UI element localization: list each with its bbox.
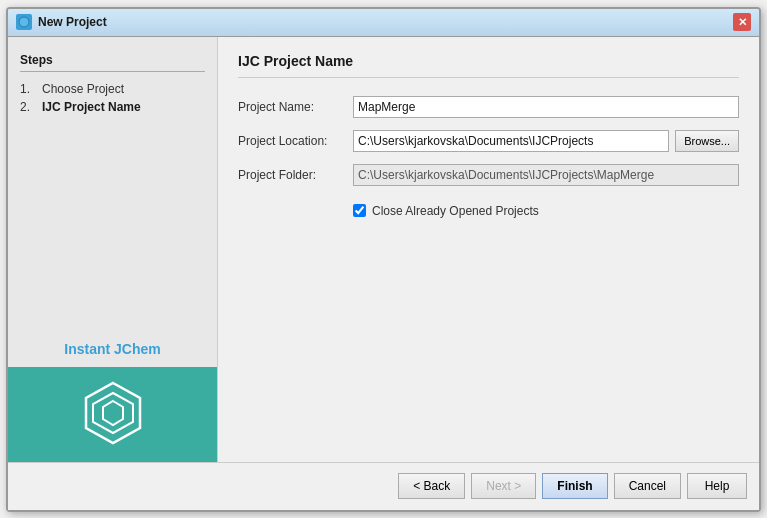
dialog-icon [16,14,32,30]
sidebar: Steps 1. Choose Project 2. IJC Project N… [8,37,218,462]
step-1-label: Choose Project [42,82,124,96]
close-projects-checkbox[interactable] [353,204,366,217]
project-location-label: Project Location: [238,134,353,148]
step-2: 2. IJC Project Name [20,100,205,114]
new-project-dialog: New Project ✕ Steps 1. Choose Project 2.… [6,7,761,512]
dialog-body: Steps 1. Choose Project 2. IJC Project N… [8,37,759,462]
main-panel: IJC Project Name Project Name: Project L… [218,37,759,462]
svg-marker-3 [103,401,123,425]
title-bar: New Project ✕ [8,9,759,37]
help-button[interactable]: Help [687,473,747,499]
finish-button[interactable]: Finish [542,473,607,499]
step-2-label: IJC Project Name [42,100,141,114]
svg-marker-2 [93,393,133,433]
dialog-footer: < Back Next > Finish Cancel Help [8,462,759,510]
step-2-number: 2. [20,100,36,114]
project-folder-input [353,164,739,186]
project-name-row: Project Name: [238,96,739,118]
step-1-number: 1. [20,82,36,96]
next-button[interactable]: Next > [471,473,536,499]
step-1: 1. Choose Project [20,82,205,96]
cancel-button[interactable]: Cancel [614,473,681,499]
close-button[interactable]: ✕ [733,13,751,31]
checkbox-row: Close Already Opened Projects [353,204,739,218]
sidebar-logo [8,367,217,462]
project-folder-row: Project Folder: [238,164,739,186]
project-location-input[interactable] [353,130,669,152]
project-name-label: Project Name: [238,100,353,114]
close-projects-label: Close Already Opened Projects [372,204,539,218]
project-folder-label: Project Folder: [238,168,353,182]
project-location-row: Project Location: Browse... [238,130,739,152]
branding-label: Instant JChem [8,331,217,367]
section-title: IJC Project Name [238,53,739,78]
steps-panel: Steps 1. Choose Project 2. IJC Project N… [8,37,217,331]
steps-title: Steps [20,53,205,72]
hexagon-icon [78,378,148,451]
dialog-title: New Project [38,15,733,29]
back-button[interactable]: < Back [398,473,465,499]
svg-point-0 [19,17,29,27]
browse-button[interactable]: Browse... [675,130,739,152]
project-name-input[interactable] [353,96,739,118]
